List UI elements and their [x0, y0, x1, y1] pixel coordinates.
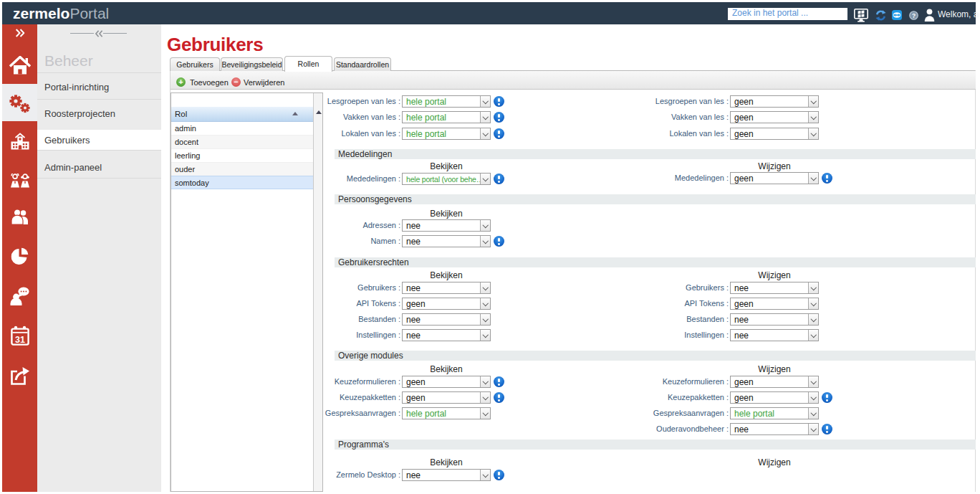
svg-text:?: ?: [912, 12, 916, 19]
svg-text:31: 31: [15, 335, 25, 345]
